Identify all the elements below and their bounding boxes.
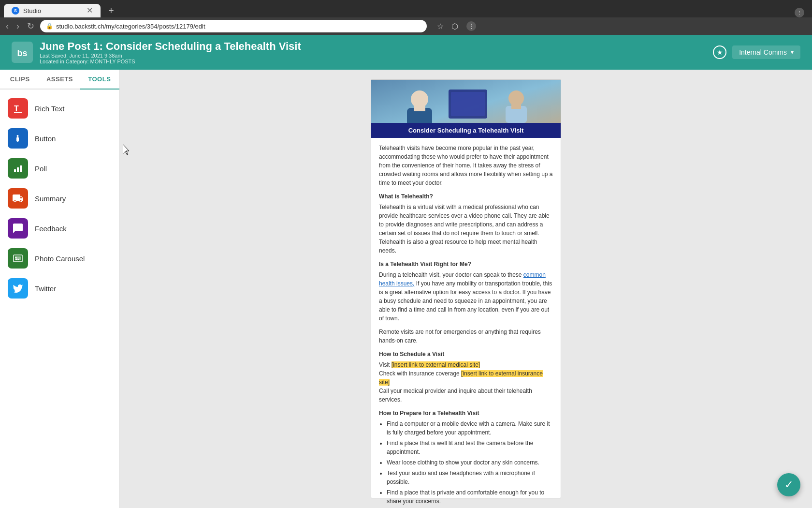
address-bar[interactable]: 🔒 studio.backstit.ch/my/categories/354/p… (40, 20, 427, 32)
content-area[interactable]: Consider Scheduling a Telehealth Visit T… (120, 70, 812, 508)
svg-rect-14 (414, 104, 425, 111)
what-heading: What is Telehealth? (379, 192, 553, 201)
twitter-icon (8, 278, 28, 299)
sidebar-tab-clips[interactable]: CLIPS (0, 70, 40, 89)
schedule-line3: Call your medical provider and inquire a… (379, 388, 532, 403)
extensions-icon[interactable]: ⬡ (449, 20, 461, 32)
post-intro: Telehealth visits have become more popul… (379, 144, 553, 187)
poll-icon (8, 158, 28, 179)
sidebar: CLIPS ASSETS TOOLS T Rich Text (0, 70, 120, 508)
prepare-list: Find a computer or a mobile device with … (387, 419, 553, 506)
rich-text-label: Rich Text (35, 105, 64, 113)
schedule-link1: [insert link to external medical site] (392, 361, 480, 368)
reload-button[interactable]: ↻ (25, 20, 36, 32)
remote-text: Remote visits are not for emergencies or… (379, 328, 553, 345)
list-item: Find a computer or a mobile device with … (387, 419, 553, 437)
list-item: Find a place that is private and comfort… (387, 488, 553, 506)
app-last-saved: Last Saved: June 11, 2021 9:38am (40, 53, 301, 59)
post-body: Telehealth visits have become more popul… (371, 138, 561, 508)
tool-item-rich-text[interactable]: T Rich Text (0, 93, 119, 123)
app-title-block: June Post 1: Consider Scheduling a Teleh… (40, 40, 301, 64)
post-banner-text: Consider Scheduling a Telehealth Visit (371, 123, 561, 138)
dropdown-arrow-icon: ▾ (791, 49, 794, 56)
schedule-lines: Visit [insert link to external medical s… (379, 360, 553, 404)
tool-item-summary[interactable]: Summary (0, 183, 119, 213)
sidebar-tools-list: T Rich Text Button Poll (0, 90, 119, 508)
browser-tabs: S Studio ✕ + ⋮ (0, 0, 812, 17)
internal-comms-button[interactable]: Internal Comms ▾ (732, 45, 800, 59)
browser-chrome: S Studio ✕ + ⋮ ‹ › ↻ 🔒 studio.backstit.c… (0, 0, 812, 35)
sidebar-tab-assets[interactable]: ASSETS (40, 70, 79, 89)
schedule-line1: Visit (379, 361, 392, 368)
fab-button[interactable]: ✓ (777, 473, 800, 496)
right-body-1: During a telehealth visit, your doctor c… (379, 271, 523, 278)
sidebar-tabs: CLIPS ASSETS TOOLS (0, 70, 119, 90)
tool-item-button[interactable]: Button (0, 123, 119, 153)
app-logo: bs June Post 1: Consider Scheduling a Te… (12, 40, 301, 64)
browser-toolbar: ‹ › ↻ 🔒 studio.backstit.ch/my/categories… (0, 17, 812, 35)
post-header-image: Consider Scheduling a Telehealth Visit (371, 80, 561, 138)
star-symbol: ★ (717, 48, 723, 56)
svg-text:bs: bs (17, 48, 27, 58)
tab-close-button[interactable]: ✕ (87, 7, 93, 15)
svg-rect-6 (17, 167, 19, 172)
schedule-line2: Check with insurance coverage (379, 370, 461, 377)
button-icon (8, 128, 28, 149)
tab-favicon: S (12, 7, 19, 15)
poll-label: Poll (35, 164, 47, 173)
photo-carousel-label: Photo Carousel (35, 254, 85, 263)
fab-icon: ✓ (784, 478, 793, 491)
lock-icon: 🔒 (46, 23, 53, 30)
sidebar-tab-tools[interactable]: TOOLS (80, 70, 119, 90)
url-text: studio.backstit.ch/my/categories/354/pos… (56, 23, 205, 30)
back-button[interactable]: ‹ (4, 20, 11, 32)
button-label: Button (35, 134, 56, 143)
logo-svg: bs (12, 42, 33, 63)
list-item: Find a place that is well lit and test t… (387, 439, 553, 456)
rich-text-icon: T (8, 98, 28, 119)
browser-menu-button[interactable]: ⋮ (795, 8, 804, 17)
prepare-heading: How to Prepare for a Telehealth Visit (379, 409, 553, 418)
summary-icon (8, 188, 28, 209)
schedule-heading: How to Schedule a Visit (379, 350, 553, 359)
tool-item-poll[interactable]: Poll (0, 153, 119, 183)
svg-rect-19 (511, 102, 521, 109)
svg-rect-16 (451, 92, 485, 116)
app-title: June Post 1: Consider Scheduling a Teleh… (40, 40, 301, 53)
browser-toolbar-icons: ☆ ⬡ (435, 20, 461, 32)
list-item: Test your audio and use headphones with … (387, 469, 553, 486)
tool-item-twitter[interactable]: Twitter (0, 273, 119, 303)
svg-rect-7 (20, 165, 22, 172)
header-right: ★ Internal Comms ▾ (713, 45, 800, 59)
app-location: Located in Category: MONTHLY POSTS (40, 59, 301, 64)
internal-comms-label: Internal Comms (739, 48, 787, 56)
list-item: Wear loose clothing to show your doctor … (387, 458, 553, 467)
main-layout: CLIPS ASSETS TOOLS T Rich Text (0, 70, 812, 508)
svg-rect-5 (14, 169, 16, 172)
tool-item-feedback[interactable]: Feedback (0, 213, 119, 243)
photo-carousel-icon (8, 248, 28, 269)
tab-title: Studio (23, 7, 41, 15)
feedback-icon (8, 218, 28, 239)
feedback-label: Feedback (35, 224, 67, 233)
summary-label: Summary (35, 194, 66, 203)
what-body: Telehealth is a virtual visit with a med… (379, 203, 553, 255)
right-heading: Is a Telehealth Visit Right for Me? (379, 260, 553, 269)
bookmark-icon[interactable]: ☆ (435, 20, 446, 32)
tool-item-photo-carousel[interactable]: Photo Carousel (0, 243, 119, 273)
app-header: bs June Post 1: Consider Scheduling a Te… (0, 35, 812, 70)
right-body: During a telehealth visit, your doctor c… (379, 270, 553, 323)
twitter-label: Twitter (35, 284, 56, 293)
browser-tab-active[interactable]: S Studio ✕ (4, 4, 101, 17)
forward-button[interactable]: › (14, 20, 21, 32)
post-card: Consider Scheduling a Telehealth Visit T… (371, 79, 561, 498)
browser-settings-icon[interactable]: ⋮ (466, 21, 476, 31)
star-icon: ★ (713, 45, 726, 59)
new-tab-icon: + (108, 5, 114, 16)
new-tab-button[interactable]: + (101, 4, 122, 17)
svg-point-10 (15, 257, 17, 258)
svg-point-4 (17, 135, 19, 137)
svg-text:T: T (14, 105, 19, 113)
